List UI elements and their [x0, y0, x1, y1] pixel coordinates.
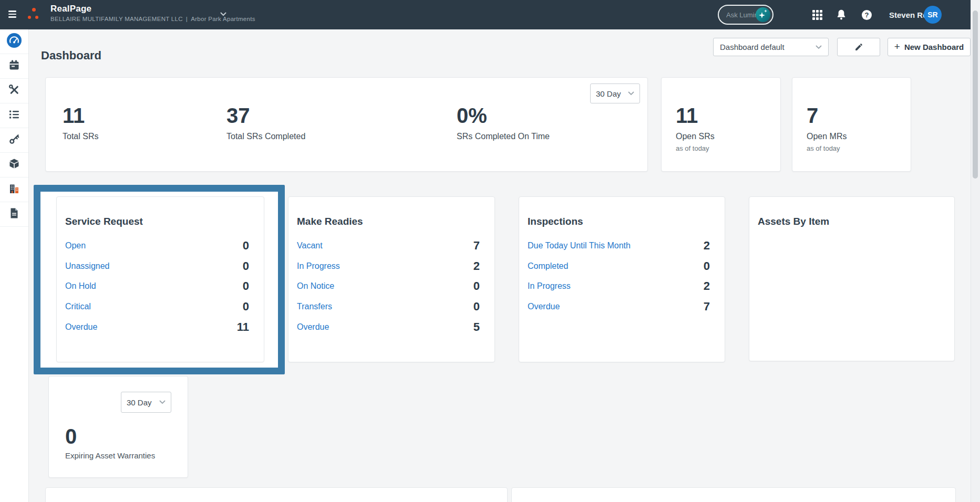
kpi-period-select[interactable]: 30 Day — [590, 83, 640, 103]
widget-row: Due Today Until This Month2 — [528, 236, 710, 256]
kpi-summary-card: 30 Day 11 Total SRs 37 Total SRs Complet… — [45, 77, 648, 172]
widget-row-link[interactable]: Overdue — [528, 302, 560, 311]
widget-row: Vacant7 — [297, 236, 480, 256]
widget-row-value: 0 — [473, 279, 480, 293]
stat-srs-completed-on-time: 0% SRs Completed On Time — [457, 105, 550, 141]
stat-sublabel: as of today — [807, 144, 847, 152]
inventory-box-icon — [8, 158, 20, 172]
sidebar-item-calendar[interactable] — [0, 54, 28, 79]
sidebar-item-reports[interactable] — [0, 202, 28, 227]
sidebar-nav — [0, 29, 29, 502]
sidebar-item-dashboard[interactable] — [0, 29, 28, 54]
sidebar-item-keys[interactable] — [0, 128, 28, 153]
widget-row-link[interactable]: Completed — [528, 262, 568, 271]
make-readies-widget: Make Readies Vacant7In Progress2On Notic… — [288, 196, 495, 362]
widget-row-value: 7 — [704, 300, 710, 313]
widget-row: On Notice0 — [297, 276, 480, 297]
widget-row-link[interactable]: Overdue — [297, 322, 329, 332]
top-header: RealPage BELLAIRE MULTIFAMILY MANAGEMENT… — [0, 0, 980, 29]
property-chevron-down-icon[interactable] — [220, 9, 226, 18]
stat-value: 7 — [807, 105, 847, 126]
dashboard-select[interactable]: Dashboard default — [713, 38, 829, 56]
stat-open-mrs: 7 Open MRs as of today — [807, 105, 847, 152]
next-row-card-sliver — [45, 487, 508, 502]
widget-row-value: 2 — [704, 239, 710, 253]
stat-label: Open SRs — [676, 132, 715, 141]
service-request-widget: Service Request Open0Unassigned0On Hold0… — [56, 196, 264, 362]
widget-row: Unassigned0 — [65, 256, 249, 277]
app-title: RealPage — [50, 4, 91, 14]
widget-row: On Hold0 — [65, 276, 249, 297]
widget-rows: Open0Unassigned0On Hold0Critical0Overdue… — [65, 236, 249, 337]
widget-row: Overdue5 — [297, 317, 480, 337]
hamburger-menu-icon[interactable] — [8, 11, 16, 18]
warranty-value: 0 — [65, 426, 77, 447]
stat-label: Total SRs Completed — [226, 132, 305, 141]
lumina-sparkle-icon[interactable] — [756, 7, 770, 22]
chevron-down-icon — [159, 400, 166, 404]
widget-row-link[interactable]: Vacant — [297, 241, 323, 250]
stat-value: 11 — [63, 105, 98, 126]
widget-row-link[interactable]: On Notice — [297, 281, 334, 291]
widget-row-link[interactable]: Open — [65, 241, 86, 250]
stat-label: Open MRs — [807, 132, 847, 141]
widget-row-value: 2 — [704, 279, 710, 293]
stat-value: 11 — [676, 105, 715, 126]
widget-row-value: 0 — [243, 279, 249, 293]
stat-value: 37 — [226, 105, 305, 126]
widget-row-link[interactable]: Unassigned — [65, 262, 110, 271]
new-dashboard-label: New Dashboard — [904, 43, 964, 51]
sidebar-item-maintenance[interactable] — [0, 79, 28, 103]
assets-by-item-widget: Assets By Item — [749, 196, 955, 361]
warranty-label: Expiring Asset Warranties — [65, 451, 155, 460]
realpage-dashboard-screen: RealPage BELLAIRE MULTIFAMILY MANAGEMENT… — [0, 0, 980, 502]
pencil-icon — [854, 43, 863, 51]
edit-dashboard-button[interactable] — [837, 38, 880, 56]
widget-title: Inspections — [528, 216, 583, 227]
stat-total-srs: 11 Total SRs — [63, 105, 98, 141]
buildings-icon — [8, 183, 20, 196]
ask-lumina-search[interactable] — [718, 5, 773, 25]
widget-row-link[interactable]: Transfers — [297, 302, 332, 311]
account-name: BELLAIRE MULTIFAMILY MANAGEMENT LLC — [50, 16, 183, 22]
widget-row: In Progress2 — [528, 276, 710, 297]
widget-row: Completed0 — [528, 256, 710, 277]
open-srs-card: 11 Open SRs as of today — [661, 77, 781, 172]
widget-row: Overdue11 — [65, 317, 249, 337]
widget-rows: Vacant7In Progress2On Notice0Transfers0O… — [297, 236, 480, 337]
widget-row-link[interactable]: In Progress — [528, 281, 571, 291]
widget-row-link[interactable]: Critical — [65, 302, 91, 311]
new-dashboard-button[interactable]: + New Dashboard — [888, 38, 971, 56]
expiring-warranties-widget: 30 Day 0 Expiring Asset Warranties — [48, 376, 188, 478]
scrollbar-thumb[interactable] — [973, 11, 978, 179]
sidebar-item-task-list[interactable] — [0, 103, 28, 128]
notifications-bell-icon[interactable] — [836, 9, 847, 23]
widget-title: Assets By Item — [758, 216, 829, 227]
user-avatar[interactable]: SR — [924, 6, 942, 24]
stat-label: Total SRs — [63, 132, 98, 141]
page-scrollbar[interactable] — [971, 0, 980, 502]
apps-grid-icon[interactable] — [812, 10, 822, 20]
widget-row: Critical0 — [65, 297, 249, 317]
warranty-period-value: 30 Day — [127, 398, 152, 407]
task-list-icon — [8, 109, 20, 122]
ask-lumina-input[interactable] — [725, 11, 760, 19]
realpage-logo — [26, 6, 41, 22]
page-title: Dashboard — [41, 49, 101, 62]
sidebar-item-inventory[interactable] — [0, 153, 28, 177]
widget-row-link[interactable]: Due Today Until This Month — [528, 241, 631, 250]
kpi-period-value: 30 Day — [596, 89, 621, 98]
chevron-down-icon — [628, 91, 634, 96]
widget-row-link[interactable]: Overdue — [65, 322, 97, 332]
inspections-widget: Inspections Due Today Until This Month2C… — [519, 196, 725, 362]
dashboard-select-value: Dashboard default — [720, 43, 785, 51]
widget-row-value: 0 — [473, 300, 480, 313]
widget-row-link[interactable]: In Progress — [297, 262, 340, 271]
warranty-period-select[interactable]: 30 Day — [121, 392, 171, 413]
help-glyph: ? — [865, 11, 869, 19]
sidebar-item-properties[interactable] — [0, 177, 28, 202]
help-icon[interactable]: ? — [862, 10, 872, 20]
widget-row-value: 0 — [243, 259, 249, 273]
widget-row-value: 7 — [473, 239, 480, 253]
widget-row-link[interactable]: On Hold — [65, 281, 96, 291]
